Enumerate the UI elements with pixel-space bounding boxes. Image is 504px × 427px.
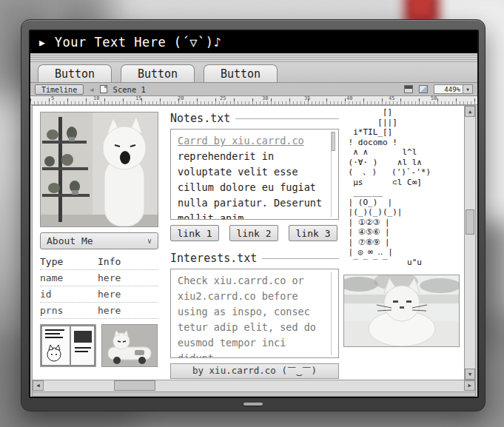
link-1-button[interactable]: link 1 — [170, 225, 219, 241]
timeline-ruler: 5 10 15 20 25 30 35 40 45 50 — [30, 96, 477, 105]
vertical-scroll-thumb[interactable] — [466, 209, 474, 235]
about-me-value: About Me — [47, 235, 93, 246]
ruler-number: 40 — [346, 96, 352, 101]
play-icon: ▶ — [39, 37, 45, 48]
edit-symbol-icon[interactable] — [419, 85, 428, 93]
vertical-scrollbar[interactable]: ▲ ▼ — [464, 106, 475, 380]
car-cat-image — [102, 325, 157, 366]
snow-cat-image — [344, 275, 459, 346]
tab-button-1[interactable]: Button — [38, 64, 112, 82]
notes-title: Notes.txt — [170, 112, 230, 125]
ruler-number: 35 — [304, 96, 310, 101]
ruler-number: 50 — [431, 96, 437, 101]
monitor-power-notch — [243, 403, 263, 406]
info-table: Type Info name here id here prns — [40, 254, 158, 319]
app-window: ▶ Your Text Here (´▽`)♪ Button Button Bu… — [29, 30, 479, 398]
notes-body-text: reprehenderit in voluptate velit esse ci… — [178, 150, 322, 220]
right-column: [] [||] i*TIL_[] ! docomo ! ∧ ∧ l^l (·∀·… — [343, 107, 465, 347]
table-row: id here — [40, 286, 158, 303]
row-value: here — [98, 305, 121, 316]
cat-photo-image — [41, 112, 158, 226]
snow-cat-photo — [343, 275, 460, 347]
interests-scrollbar[interactable] — [331, 272, 335, 355]
cat-photo — [40, 112, 158, 227]
tab-bar: Button Button Button — [30, 64, 477, 83]
scroll-down-icon[interactable]: ▼ — [465, 369, 475, 380]
scroll-left-icon[interactable]: ◀ — [33, 380, 44, 391]
notes-scrollbar[interactable] — [331, 132, 335, 217]
page-content: About Me ∨ Type Info name here — [32, 105, 476, 380]
ruler-number: 45 — [389, 96, 394, 101]
car-cat-thumbnail — [101, 324, 158, 367]
about-me-select[interactable]: About Me ∨ — [40, 232, 158, 249]
tab-button-2[interactable]: Button — [121, 64, 195, 82]
toolbar: Timeline ◀ Scene 1 449% ▼ — [30, 83, 477, 96]
comic-thumbnail — [40, 324, 96, 367]
status-strip — [32, 392, 476, 397]
link-3-button[interactable]: link 3 — [289, 225, 337, 241]
carrd-credit-link[interactable]: Carrd by xiu.carrd.co — [178, 135, 304, 147]
row-key: id — [40, 289, 98, 300]
titlebar: ▶ Your Text Here (´▽`)♪ — [30, 31, 477, 53]
zoom-value[interactable]: 449% — [434, 84, 463, 94]
table-row: prns here — [40, 303, 158, 319]
row-key: name — [40, 272, 98, 283]
back-arrow-icon[interactable]: ◀ — [90, 86, 93, 93]
horizontal-scroll-thumb[interactable] — [114, 380, 155, 391]
timeline-button[interactable]: Timeline — [35, 84, 84, 95]
edit-scene-icon[interactable] — [404, 85, 413, 93]
heading-rule — [235, 118, 339, 119]
table-header-row: Type Info — [40, 254, 158, 270]
notes-box: Carrd by xiu.carrd.co reprehenderit in v… — [170, 129, 339, 220]
middle-column: Notes.txt Carrd by xiu.carrd.co reprehen… — [170, 112, 339, 379]
notes-scrollbar-thumb[interactable] — [332, 132, 335, 151]
scene-icon — [100, 85, 107, 93]
ruler-number: 30 — [262, 96, 268, 101]
links-row: link 1 link 2 link 3 — [170, 225, 339, 241]
left-column: About Me ∨ Type Info name here — [40, 112, 158, 367]
decor-stripes — [30, 53, 477, 64]
monitor-frame: ▶ Your Text Here (´▽`)♪ Button Button Bu… — [21, 19, 485, 411]
footer-credit-bar[interactable]: by xiu.carrd.co (￣‿￣) — [170, 363, 339, 379]
thumbnail-row — [40, 324, 158, 367]
zoom-dropdown-icon[interactable]: ▼ — [463, 84, 473, 94]
interests-heading: Interests.txt — [170, 252, 339, 265]
ruler-number: 10 — [93, 96, 99, 101]
tab-button-3[interactable]: Button — [204, 64, 278, 82]
interests-box: Check xiu.carrd.co or xiu2.carrd.co befo… — [170, 269, 339, 358]
row-value: here — [98, 272, 121, 283]
scroll-up-icon[interactable]: ▲ — [465, 106, 475, 117]
header-info: Info — [98, 256, 121, 267]
ruler-number: 5 — [51, 96, 54, 101]
scene: ▶ Your Text Here (´▽`)♪ Button Button Bu… — [0, 0, 504, 427]
header-type: Type — [40, 256, 98, 267]
link-2-button[interactable]: link 2 — [229, 225, 278, 241]
interests-body-text: Check xiu.carrd.co or xiu2.carrd.co befo… — [178, 275, 316, 358]
row-key: prns — [40, 305, 98, 316]
ruler-number: 25 — [220, 96, 226, 101]
chevron-down-icon: ∨ — [147, 237, 152, 245]
row-value: here — [98, 289, 121, 300]
ruler-number: 20 — [178, 96, 184, 101]
ruler-number: 15 — [135, 96, 141, 101]
scene-label: Scene 1 — [113, 85, 146, 94]
bg-red-object — [411, 0, 431, 16]
zoom-control[interactable]: 449% ▼ — [434, 84, 473, 94]
table-row: name here — [40, 270, 158, 286]
comic-image — [41, 325, 95, 366]
page-title: Your Text Here (´▽`)♪ — [55, 35, 221, 50]
scroll-right-icon[interactable]: ▶ — [464, 380, 475, 391]
heading-rule — [262, 258, 339, 259]
horizontal-scrollbar[interactable]: ◀ ▶ — [32, 380, 476, 392]
interests-title: Interests.txt — [170, 252, 257, 265]
docomo-ascii-art: [] [||] i*TIL_[] ! docomo ! ∧ ∧ l^l (·∀·… — [343, 107, 465, 267]
notes-heading: Notes.txt — [170, 112, 339, 125]
